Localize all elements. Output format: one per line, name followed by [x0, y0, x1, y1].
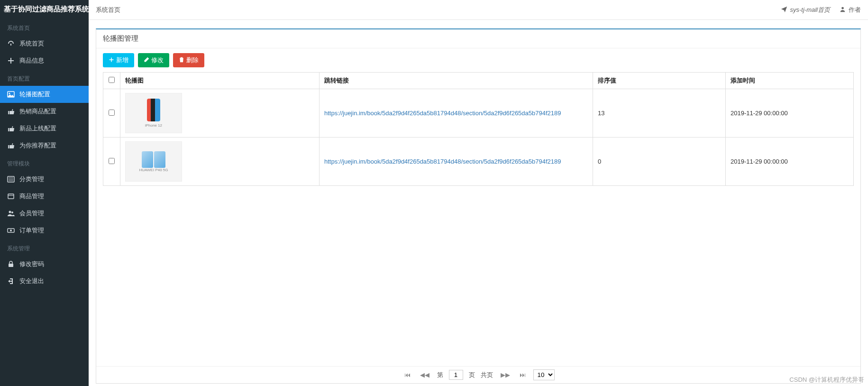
thumbs-up-icon [7, 125, 15, 132]
page-total: 共页 [481, 371, 493, 379]
sidebar-item-label: 新品上线配置 [19, 124, 56, 133]
thumb-caption: HUAWEI P40 5G [139, 168, 168, 172]
add-time: 2019-11-29 00:00:00 [726, 138, 854, 186]
edit-button-label: 修改 [151, 56, 164, 64]
sidebar-item-dashboard[interactable]: 系统首页 [0, 35, 89, 52]
toolbar: 新增 修改 删除 [96, 48, 860, 72]
box-icon [7, 193, 15, 200]
page-first-button[interactable]: ⏮ [402, 370, 412, 379]
topbar: 系统首页 sys-tj-mall首页 作者 [89, 0, 868, 20]
page-next-button[interactable]: ▶▶ [499, 370, 512, 379]
app-title: 基于协同过滤商品推荐系统 [0, 0, 89, 18]
sidebar-item-category-manage[interactable]: 分类管理 [0, 171, 89, 188]
main-area: 系统首页 sys-tj-mall首页 作者 轮播图管理 [89, 0, 868, 386]
page-prev-button[interactable]: ◀◀ [418, 370, 431, 379]
page-suffix: 页 [469, 371, 475, 379]
add-time: 2019-11-29 00:00:00 [726, 89, 854, 138]
plus-icon [109, 57, 114, 64]
page-input[interactable] [449, 370, 463, 380]
svg-rect-8 [9, 264, 13, 267]
sidebar-item-change-password[interactable]: 修改密码 [0, 256, 89, 273]
phone-graphic [142, 151, 165, 168]
thumbs-up-icon [7, 142, 15, 149]
sidebar-item-hot-config[interactable]: 热销商品配置 [0, 103, 89, 120]
lock-icon [7, 260, 15, 268]
users-icon [7, 210, 15, 217]
column-header-image: 轮播图 [120, 73, 320, 89]
sidebar-item-product-info[interactable]: 商品信息 [0, 52, 89, 69]
page-last-button[interactable]: ⏭ [518, 370, 528, 379]
list-icon [7, 175, 15, 183]
sidebar-item-label: 会员管理 [19, 209, 44, 218]
signout-icon [7, 277, 15, 285]
add-button[interactable]: 新增 [103, 53, 134, 67]
sidebar-item-carousel-config[interactable]: 轮播图配置 [0, 86, 89, 103]
table-row: HUAWEI P40 5G https://juejin.im/book/5da… [103, 138, 854, 186]
sidebar-item-label: 修改密码 [19, 260, 44, 268]
topbar-home-link[interactable]: sys-tj-mall首页 [781, 6, 831, 14]
pagination-bar: ⏮ ◀◀ 第 页 共页 ▶▶ ⏭ 10 [96, 366, 860, 383]
svg-point-5 [11, 211, 13, 213]
sidebar-item-label: 为你推荐配置 [19, 141, 56, 150]
page-size-select[interactable]: 10 [533, 369, 555, 380]
carousel-thumbnail: HUAWEI P40 5G [125, 141, 182, 182]
topbar-right: sys-tj-mall首页 作者 [781, 6, 861, 14]
send-icon [781, 6, 787, 14]
column-header-time: 添加时间 [726, 73, 854, 89]
sidebar-item-label: 商品信息 [19, 56, 44, 65]
add-button-label: 新增 [116, 56, 128, 64]
row-checkbox[interactable] [109, 158, 115, 164]
dashboard-icon [7, 40, 15, 47]
select-all-header [103, 73, 120, 89]
sidebar-item-label: 系统首页 [19, 39, 44, 48]
panel-title: 轮播图管理 [96, 29, 860, 48]
svg-point-9 [841, 7, 844, 9]
sidebar-item-label: 分类管理 [19, 175, 44, 184]
order-value: 13 [593, 89, 726, 138]
sidebar-item-recommend-config[interactable]: 为你推荐配置 [0, 137, 89, 154]
topbar-author-label: 作者 [849, 6, 861, 14]
sidebar-item-order-manage[interactable]: 订单管理 [0, 222, 89, 239]
sidebar-section-title: 管理模块 [0, 154, 89, 171]
sidebar-item-new-config[interactable]: 新品上线配置 [0, 120, 89, 137]
thumbs-up-icon [7, 108, 15, 115]
redirect-link[interactable]: https://juejin.im/book/5da2f9d4f265da5b8… [324, 158, 561, 165]
sidebar-section-title: 首页配置 [0, 69, 89, 86]
page-prefix: 第 [437, 371, 443, 379]
sidebar-item-label: 商品管理 [19, 192, 44, 201]
carousel-thumbnail: iPhone 12 [125, 93, 182, 133]
edit-button[interactable]: 修改 [138, 53, 169, 67]
svg-point-1 [9, 93, 10, 94]
trash-icon [179, 57, 184, 64]
topbar-home-label: sys-tj-mall首页 [790, 6, 831, 14]
sidebar-section-title: 系统首页 [0, 18, 89, 35]
topbar-author-link[interactable]: 作者 [840, 6, 861, 14]
sidebar-item-label: 安全退出 [19, 277, 44, 285]
row-checkbox[interactable] [109, 110, 115, 116]
svg-point-7 [10, 230, 12, 231]
sidebar-item-label: 热销商品配置 [19, 107, 56, 116]
user-icon [840, 6, 846, 14]
image-icon [7, 91, 15, 98]
data-table: 轮播图 跳转链接 排序值 添加时间 [103, 72, 854, 186]
order-value: 0 [593, 138, 726, 186]
delete-button-label: 删除 [186, 56, 199, 64]
select-all-checkbox[interactable] [109, 77, 115, 83]
breadcrumb[interactable]: 系统首页 [96, 6, 120, 14]
svg-rect-3 [8, 194, 14, 199]
sidebar-item-product-manage[interactable]: 商品管理 [0, 188, 89, 205]
edit-icon [144, 57, 149, 64]
column-header-order: 排序值 [593, 73, 726, 89]
sidebar-item-member-manage[interactable]: 会员管理 [0, 205, 89, 222]
redirect-link[interactable]: https://juejin.im/book/5da2f9d4f265da5b8… [324, 110, 561, 117]
panel: 轮播图管理 新增 修改 删除 [96, 28, 861, 384]
svg-point-4 [9, 211, 11, 213]
column-header-link: 跳转链接 [320, 73, 593, 89]
table-row: iPhone 12 https://juejin.im/book/5da2f9d… [103, 89, 854, 138]
sidebar: 基于协同过滤商品推荐系统 系统首页 系统首页 商品信息 首页配置 轮播图配置 [0, 0, 89, 386]
phone-graphic [147, 99, 160, 121]
sidebar-item-label: 订单管理 [19, 226, 44, 235]
money-icon [7, 227, 15, 234]
sidebar-item-logout[interactable]: 安全退出 [0, 273, 89, 290]
delete-button[interactable]: 删除 [173, 53, 204, 67]
